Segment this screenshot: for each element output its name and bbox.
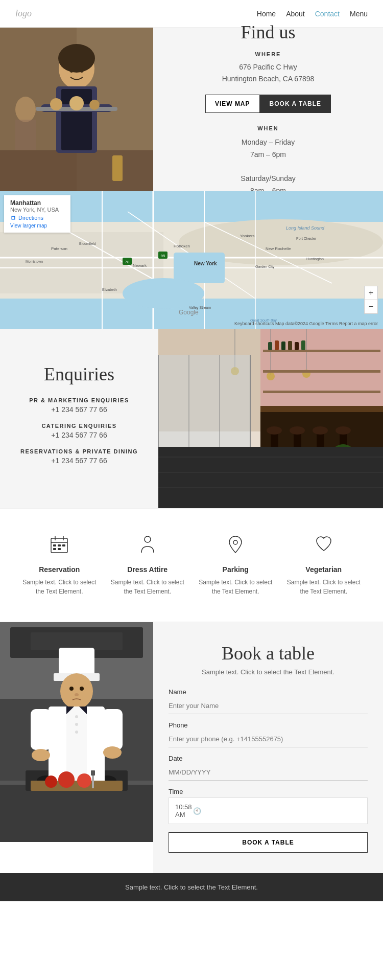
- zoom-out-button[interactable]: −: [365, 300, 377, 313]
- svg-rect-107: [31, 632, 123, 650]
- nav-contact[interactable]: Contact: [315, 10, 340, 18]
- waiter-photo: [0, 28, 153, 191]
- phone-label: Phone: [169, 721, 368, 729]
- svg-rect-88: [158, 447, 383, 508]
- svg-point-66: [290, 426, 305, 435]
- svg-point-8: [50, 98, 62, 110]
- heart-icon: [314, 534, 334, 555]
- svg-rect-72: [263, 370, 380, 373]
- when-label: WHEN: [257, 125, 279, 131]
- svg-point-119: [75, 693, 79, 696]
- svg-point-101: [145, 536, 151, 542]
- map-city: Manhattan: [10, 199, 64, 207]
- zoom-in-button[interactable]: +: [365, 286, 377, 300]
- nav-menu[interactable]: Menu: [350, 10, 368, 18]
- logo: logo: [15, 8, 32, 19]
- svg-point-14: [15, 97, 36, 122]
- time-row: 10:58 AM 🕙: [175, 803, 211, 818]
- amenity-dress: Dress Attire Sample text. Click to selec…: [107, 534, 188, 596]
- nav-links: Home About Contact Menu: [257, 10, 368, 18]
- svg-text:95: 95: [161, 254, 165, 258]
- map-section[interactable]: New York Hoboken Newark Yonkers New Roch…: [0, 191, 383, 329]
- svg-point-133: [77, 773, 91, 788]
- phone-input[interactable]: [169, 731, 368, 747]
- book-title: Book a table: [169, 643, 368, 664]
- svg-point-134: [45, 776, 57, 788]
- book-table-submit-button[interactable]: BOOK A TABLE: [169, 832, 368, 853]
- svg-text:Google: Google: [179, 309, 199, 316]
- svg-point-126: [75, 731, 78, 734]
- waiter-svg: [0, 28, 153, 191]
- svg-rect-127: [31, 709, 51, 750]
- book-table-button-header[interactable]: BOOK A TABLE: [260, 95, 331, 113]
- svg-rect-97: [58, 544, 61, 546]
- find-us-section: Find us WHERE 676 Pacific C Hwy Huntingt…: [0, 28, 383, 191]
- svg-point-11: [58, 44, 95, 73]
- svg-rect-79: [301, 340, 305, 350]
- reservations-label: RESERVATIONS & PRIVATE DINING: [20, 448, 138, 454]
- name-label: Name: [169, 688, 368, 696]
- svg-point-130: [103, 746, 122, 759]
- svg-text:New York: New York: [194, 261, 217, 266]
- date-input[interactable]: [169, 764, 368, 781]
- amenity-dress-text: Sample text. Click to select the Text El…: [107, 578, 188, 596]
- svg-rect-136: [91, 770, 95, 776]
- nav-about[interactable]: About: [286, 10, 305, 18]
- time-value: 10:58 AM: [175, 803, 193, 818]
- name-field-group: Name: [169, 688, 368, 714]
- clock-icon: 🕙: [193, 807, 211, 815]
- parking-icon: [195, 534, 276, 559]
- restaurant-interior-image: [158, 329, 383, 508]
- svg-text:Yonkers: Yonkers: [240, 234, 255, 238]
- amenity-dress-title: Dress Attire: [107, 565, 188, 574]
- amenity-parking-title: Parking: [195, 565, 276, 574]
- navbar: logo Home About Contact Menu: [0, 0, 383, 28]
- nav-home[interactable]: Home: [257, 10, 276, 18]
- dress-icon: [107, 534, 188, 559]
- svg-text:Hoboken: Hoboken: [174, 244, 190, 248]
- catering-phone: +1 234 567 77 66: [51, 431, 107, 439]
- svg-point-132: [58, 771, 75, 788]
- weekday-label: Monday – Friday: [242, 138, 295, 146]
- svg-rect-83: [158, 355, 250, 457]
- address-line2: Huntington Beach, CA 67898: [222, 75, 315, 83]
- time-input-box[interactable]: 10:58 AM 🕙: [169, 797, 368, 824]
- weekend-label: Saturday/Sunday: [241, 174, 295, 183]
- svg-rect-30: [174, 253, 225, 283]
- calendar-icon: [49, 534, 69, 555]
- amenity-reservation-title: Reservation: [18, 565, 100, 574]
- svg-rect-75: [275, 340, 279, 350]
- svg-point-58: [267, 372, 275, 380]
- view-larger-map[interactable]: View larger map: [10, 223, 64, 229]
- address-line1: 676 Pacific C Hwy: [239, 63, 297, 71]
- svg-point-31: [123, 278, 204, 309]
- map-zoom-controls: + −: [364, 286, 378, 314]
- enquiries-section: Enquiries PR & MARKETING ENQUIRIES +1 23…: [0, 329, 383, 508]
- svg-point-12: [70, 70, 73, 73]
- svg-rect-99: [53, 548, 56, 550]
- hours: Monday – Friday 7am – 6pm Saturday/Sunda…: [241, 136, 295, 197]
- svg-point-9: [69, 96, 84, 110]
- chef-svg: [0, 622, 153, 842]
- book-form-content: Book a table Sample text. Click to selec…: [153, 622, 383, 873]
- svg-text:Long Island Sound: Long Island Sound: [286, 225, 325, 231]
- catering-label: CATERING ENQUIRIES: [41, 423, 116, 429]
- time-label: Time: [169, 788, 368, 795]
- footer: Sample text. Click to select the Text El…: [0, 873, 383, 901]
- vegetarian-icon: [283, 534, 365, 559]
- svg-point-64: [267, 426, 282, 435]
- date-label: Date: [169, 755, 368, 762]
- name-input[interactable]: [169, 698, 368, 714]
- map-directions-link[interactable]: Directions: [10, 215, 64, 221]
- svg-point-13: [80, 70, 83, 73]
- book-section: Book a table Sample text. Click to selec…: [0, 622, 383, 873]
- google-logo: Google: [179, 308, 204, 317]
- address: 676 Pacific C Hwy Huntington Beach, CA 6…: [222, 61, 315, 84]
- svg-rect-2: [0, 150, 153, 191]
- amenities-section: Reservation Sample text. Click to select…: [0, 508, 383, 622]
- svg-point-116: [60, 673, 93, 709]
- view-map-button[interactable]: VIEW MAP: [205, 95, 260, 113]
- amenity-vegetarian-text: Sample text. Click to select the Text El…: [283, 578, 365, 596]
- svg-text:Newark: Newark: [133, 263, 147, 268]
- weekday-time: 7am – 6pm: [250, 150, 286, 158]
